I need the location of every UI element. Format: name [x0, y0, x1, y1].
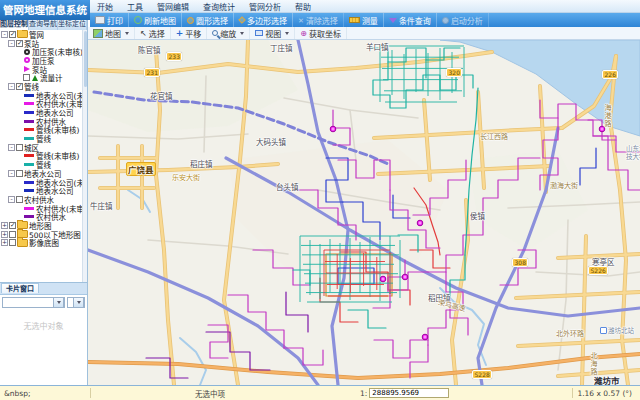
menu-item[interactable]: 查询统计 [196, 0, 242, 12]
scale-input[interactable] [369, 388, 449, 398]
tree-row[interactable]: -✓管网 [0, 30, 82, 39]
line-symbol-icon [24, 137, 34, 140]
toolbar-button[interactable]: 启动分析 [437, 13, 489, 27]
chevron-down-icon [125, 32, 129, 35]
line-symbol-icon [24, 154, 34, 157]
toolbar-button-label: 获取坐标 [309, 28, 341, 39]
layer-checkbox[interactable]: ✓ [16, 40, 23, 47]
menu-item[interactable]: 工具 [120, 0, 150, 12]
folder-icon [17, 30, 28, 38]
chevron-down-icon[interactable] [73, 297, 84, 308]
status-scale: 1: [360, 388, 449, 398]
measure-icon [349, 17, 360, 23]
index-select[interactable] [67, 297, 85, 308]
toolbar-button[interactable]: 地图 [88, 27, 135, 39]
status-left: &nbsp; [0, 389, 86, 398]
scroll-thumb[interactable] [84, 31, 87, 87]
tree-expander[interactable]: - [8, 83, 15, 90]
layer-checkbox[interactable]: ✓ [9, 222, 16, 229]
tree-expander [15, 161, 22, 168]
map-canvas[interactable] [88, 40, 640, 385]
layer-checkbox[interactable] [9, 239, 16, 246]
pump-icon [24, 49, 30, 55]
layer-checkbox[interactable] [16, 144, 23, 151]
tree-expander[interactable]: + [1, 239, 8, 246]
menu-item[interactable]: 开始 [90, 0, 120, 12]
tree-label: 影像底图 [29, 237, 59, 248]
no-selection-text: 无选中对象 [0, 320, 87, 331]
map-viewport[interactable]: 陈官镇丁庄镇羊口镇花官镇大码头镇稻庄镇广饶县乐安大街牛庄镇台头镇侯镇稻田镇长江西… [88, 40, 640, 385]
tree-expander [15, 48, 22, 55]
object-select[interactable] [2, 297, 65, 308]
tree-expander [15, 135, 22, 142]
folder-icon [17, 239, 28, 247]
tree-row[interactable]: 流量计 [0, 73, 82, 82]
tree-expander[interactable]: - [8, 170, 15, 177]
status-extent: 1.16 x 0.57 (°) [577, 389, 640, 398]
toolbar-button[interactable]: 缩放 [207, 27, 250, 39]
tree-expander [15, 152, 22, 159]
tree-expander[interactable]: - [8, 144, 15, 151]
toolbar-button[interactable]: 平移 [171, 27, 208, 39]
chevron-down-icon[interactable] [53, 297, 64, 308]
flow-meter-icon [32, 75, 38, 81]
sidebar-tab[interactable]: 查询导航 [29, 20, 58, 30]
sidebar-tab[interactable]: 坐标定位 [58, 20, 87, 30]
polygon-select-icon [238, 16, 246, 24]
sidebar-tab[interactable]: 图层控制 [0, 20, 29, 30]
toolbar-button[interactable]: 选择 [135, 27, 171, 39]
map-toolbar: 地图选择平移缩放视图获取坐标 [88, 27, 640, 40]
tree-expander [15, 92, 22, 99]
status-separator [572, 388, 573, 398]
menu-item[interactable]: 管网分析 [242, 0, 288, 12]
coord-icon [300, 29, 307, 38]
tab-card-window[interactable]: 卡片窗口 [1, 283, 39, 293]
app-title: 管网地理信息系统 [0, 0, 90, 20]
tree-expander[interactable]: - [1, 31, 8, 38]
tree-row[interactable]: +影像底图 [0, 239, 82, 248]
menu-item[interactable]: 管网编辑 [150, 0, 196, 12]
toolbar-button[interactable]: 条件查询 [384, 13, 437, 27]
tree-expander [15, 66, 22, 73]
tree-expander [15, 74, 22, 81]
layer-checkbox[interactable]: ✓ [16, 83, 23, 90]
toolbar-button[interactable]: 打印 [90, 13, 129, 27]
toolbar-button-label: 地图 [105, 28, 121, 39]
tree-scrollbar[interactable] [82, 30, 87, 282]
toolbar-button[interactable]: 清除选择 [293, 13, 344, 27]
toolbar-button[interactable]: 刷新地图 [129, 13, 182, 27]
line-symbol-icon [24, 163, 34, 166]
tree-expander [15, 118, 22, 125]
toolbar-button[interactable]: 多边形选择 [234, 13, 293, 27]
analysis-icon [442, 17, 449, 24]
toolbar-button[interactable]: 获取坐标 [295, 27, 347, 39]
toolbar-button-label: 清除选择 [306, 15, 338, 26]
toolbar-button-label: 启动分析 [451, 15, 483, 26]
toolbar-button-label: 条件查询 [399, 15, 431, 26]
toolbar-button[interactable]: 测量 [344, 13, 384, 27]
tree-expander [15, 100, 22, 107]
layer-tree: -✓管网-✓泵站加压泵(未审核)加压泵泵站流量计-✓管线地表水公司(未审核)农村… [0, 30, 82, 282]
tree-expander [15, 126, 22, 133]
tree-expander[interactable]: - [8, 40, 15, 47]
scale-prefix: 1: [360, 389, 367, 398]
card-combo-row [0, 295, 87, 310]
layer-checkbox[interactable] [16, 196, 23, 203]
toolbar-button-label: 刷新地图 [144, 15, 176, 26]
layer-checkbox[interactable] [16, 170, 23, 177]
line-symbol-icon [24, 181, 34, 184]
toolbar-button[interactable]: 视图 [250, 27, 295, 39]
chevron-down-icon [285, 32, 289, 35]
tree-row[interactable]: 管线 [0, 134, 82, 143]
toolbar-button[interactable]: 圆形选择 [182, 13, 234, 27]
layer-checkbox[interactable] [9, 231, 16, 238]
tree-expander[interactable]: + [1, 231, 8, 238]
layer-checkbox[interactable]: ✓ [9, 31, 16, 38]
line-symbol-icon [24, 94, 34, 97]
view-icon [255, 30, 263, 36]
main-toolbar: 打印刷新地图圆形选择多边形选择清除选择测量条件查询启动分析 [90, 13, 640, 27]
tree-expander[interactable]: + [1, 222, 8, 229]
menu-item[interactable]: 帮助 [288, 0, 318, 12]
tree-expander [15, 179, 22, 186]
tree-expander[interactable]: - [8, 196, 15, 203]
